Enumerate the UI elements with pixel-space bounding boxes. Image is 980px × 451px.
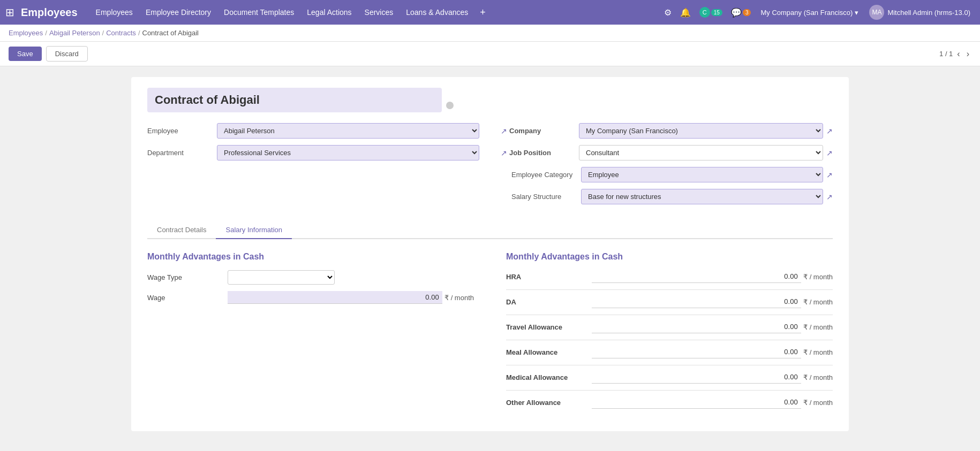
salary-section: Monthly Advantages in Cash Wage Type Wag… xyxy=(147,252,833,415)
form-left-col: Employee Abigail Peterson Department Pro… xyxy=(147,123,479,211)
salary-left-section: Monthly Advantages in Cash Wage Type Wag… xyxy=(147,252,474,415)
hra-input[interactable] xyxy=(592,270,801,283)
save-button[interactable]: Save xyxy=(9,47,42,61)
wage-label: Wage xyxy=(147,294,228,302)
medical-allowance-field-group: Medical Allowance ₹ / month xyxy=(506,371,833,384)
activity-btn[interactable]: C 15 xyxy=(696,5,726,20)
nav-document-templates[interactable]: Document Templates xyxy=(218,6,299,19)
medical-allowance-label: Medical Allowance xyxy=(506,373,592,381)
tabs: Contract Details Salary Information xyxy=(147,221,833,239)
wage-type-select[interactable] xyxy=(228,270,335,285)
breadcrumb-sep-1: / xyxy=(45,29,47,37)
employee-label: Employee xyxy=(147,127,217,135)
da-input[interactable] xyxy=(592,295,801,308)
message-badge: 3 xyxy=(743,9,751,16)
salary-right-section: Monthly Advantages in Cash HRA ₹ / month… xyxy=(506,252,833,415)
employee-category-field-group: Employee Category Employee ↗ xyxy=(501,167,833,182)
tab-contract-details[interactable]: Contract Details xyxy=(147,221,216,239)
employee-field-wrapper: Abigail Peterson xyxy=(217,123,479,139)
company-link-icon[interactable]: ↗ xyxy=(826,127,833,135)
job-position-external-icon[interactable]: ↗ xyxy=(501,149,507,157)
other-allowance-label: Other Allowance xyxy=(506,399,592,407)
user-name: Mitchell Admin (hrms-13.0) xyxy=(887,9,970,17)
contract-title-input[interactable] xyxy=(147,88,442,112)
employee-category-link-icon[interactable]: ↗ xyxy=(826,171,833,179)
medical-allowance-input[interactable] xyxy=(592,371,801,384)
company-name: My Company (San Francisco) xyxy=(760,9,853,17)
salary-structure-select[interactable]: Base for new structures xyxy=(581,189,823,204)
hra-unit: / month xyxy=(810,273,833,281)
salary-structure-link-icon[interactable]: ↗ xyxy=(826,193,833,201)
da-currency: ₹ xyxy=(803,298,808,306)
nav-loans-advances[interactable]: Loans & Advances xyxy=(401,6,473,19)
nav-employee-directory[interactable]: Employee Directory xyxy=(140,6,216,19)
employee-category-select[interactable]: Employee xyxy=(581,167,823,182)
salary-right-title: Monthly Advantages in Cash xyxy=(506,252,833,262)
form-card: Employee Abigail Peterson Department Pro… xyxy=(131,77,849,431)
job-position-field-group: ↗ Job Position Consultant ↗ xyxy=(501,145,833,160)
da-unit: / month xyxy=(810,298,833,306)
company-chevron-icon: ▾ xyxy=(855,9,858,17)
company-field-wrapper: My Company (San Francisco) ↗ xyxy=(579,123,833,139)
other-allowance-input-wrap: ₹ / month xyxy=(592,396,833,409)
nav-employees[interactable]: Employees xyxy=(91,6,138,19)
other-allowance-input[interactable] xyxy=(592,396,801,409)
activity-icon: C xyxy=(699,7,710,18)
medical-currency: ₹ xyxy=(803,373,808,381)
da-field-group: DA ₹ / month xyxy=(506,295,833,308)
add-button[interactable]: + xyxy=(476,5,490,20)
salary-left-title: Monthly Advantages in Cash xyxy=(147,252,474,262)
main-content: Employee Abigail Peterson Department Pro… xyxy=(0,66,980,448)
tab-salary-information[interactable]: Salary Information xyxy=(216,221,292,239)
pagination-next[interactable]: › xyxy=(964,48,971,60)
wage-input-wrap: ₹ / month xyxy=(228,291,474,304)
meal-allowance-field-group: Meal Allowance ₹ / month xyxy=(506,346,833,358)
salary-structure-label: Salary Structure xyxy=(511,193,581,201)
company-field-group: ↗ Company My Company (San Francisco) ↗ xyxy=(501,123,833,139)
discard-button[interactable]: Discard xyxy=(46,46,88,62)
meal-allowance-input-wrap: ₹ / month xyxy=(592,346,833,358)
breadcrumb-abigail[interactable]: Abigail Peterson xyxy=(49,29,100,37)
hra-currency: ₹ xyxy=(803,273,808,281)
nav-services[interactable]: Services xyxy=(359,6,399,19)
wage-field-group: Wage ₹ / month xyxy=(147,291,474,304)
travel-allowance-label: Travel Allowance xyxy=(506,323,592,331)
travel-currency: ₹ xyxy=(803,323,808,331)
message-btn[interactable]: 💬 3 xyxy=(728,5,755,20)
wage-input[interactable] xyxy=(228,291,442,304)
company-external-icon[interactable]: ↗ xyxy=(501,127,507,135)
job-position-field-wrapper: Consultant ↗ xyxy=(579,145,833,160)
breadcrumb-employees[interactable]: Employees xyxy=(9,29,43,37)
employee-select[interactable]: Abigail Peterson xyxy=(217,123,479,139)
activity-badge: 15 xyxy=(711,9,722,16)
medical-allowance-input-wrap: ₹ / month xyxy=(592,371,833,384)
hra-input-wrap: ₹ / month xyxy=(592,270,833,283)
user-menu[interactable]: MA Mitchell Admin (hrms-13.0) xyxy=(865,3,975,22)
travel-allowance-input[interactable] xyxy=(592,320,801,333)
settings-icon-btn[interactable]: ⚙ xyxy=(661,5,675,20)
user-avatar: MA xyxy=(869,5,884,20)
breadcrumb-contracts[interactable]: Contracts xyxy=(106,29,136,37)
bell-icon-btn[interactable]: 🔔 xyxy=(677,5,694,20)
wage-currency: ₹ xyxy=(444,294,449,302)
meal-unit: / month xyxy=(810,348,833,356)
nav-legal-actions[interactable]: Legal Actions xyxy=(301,6,357,19)
app-title: Employees xyxy=(21,6,78,19)
other-unit: / month xyxy=(810,399,833,407)
job-position-label: Job Position xyxy=(509,149,579,157)
job-position-link-icon[interactable]: ↗ xyxy=(826,149,833,157)
pagination-prev[interactable]: ‹ xyxy=(955,48,962,60)
company-select[interactable]: My Company (San Francisco) xyxy=(579,123,823,139)
job-position-select[interactable]: Consultant xyxy=(579,145,823,160)
department-field-wrapper: Professional Services xyxy=(217,145,479,160)
form-right-col: ↗ Company My Company (San Francisco) ↗ ↗… xyxy=(501,123,833,211)
app-grid-icon[interactable]: ⊞ xyxy=(5,6,14,19)
meal-allowance-input[interactable] xyxy=(592,346,801,358)
hra-label: HRA xyxy=(506,273,592,281)
title-status-circle xyxy=(446,102,454,109)
company-selector[interactable]: My Company (San Francisco) ▾ xyxy=(756,6,863,19)
department-select[interactable]: Professional Services xyxy=(217,145,479,160)
breadcrumb-sep-2: / xyxy=(102,29,104,37)
travel-allowance-field-group: Travel Allowance ₹ / month xyxy=(506,320,833,333)
employee-category-label: Employee Category xyxy=(511,171,581,179)
